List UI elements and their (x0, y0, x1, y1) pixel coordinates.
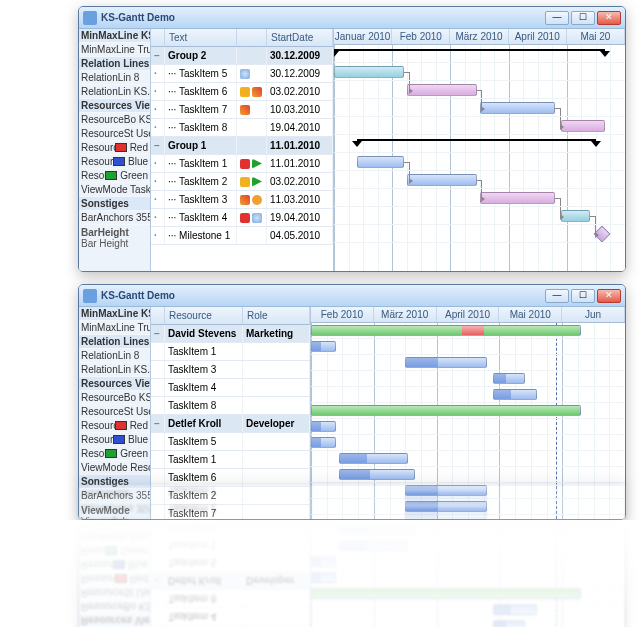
minimize-button[interactable]: — (545, 289, 569, 303)
resource-name: TaskItem 7 (165, 505, 243, 519)
maximize-button[interactable]: ☐ (571, 11, 595, 25)
task-row[interactable]: TaskItem 6 (151, 469, 310, 487)
close-button[interactable]: ✕ (597, 289, 621, 303)
expander-icon[interactable]: · (151, 227, 165, 244)
col-resource[interactable]: Resource (165, 307, 243, 324)
property-sidebar[interactable]: MinMaxLine KS.Gantt.LinMinMaxLine TrueRe… (79, 29, 151, 271)
maximize-button[interactable]: ☐ (571, 289, 595, 303)
task-name: ··· TaskItem 4 (165, 209, 237, 226)
task-row[interactable]: ···· TaskItem 111.01.2010 (151, 155, 333, 173)
property-row[interactable]: ResourceBo KS.Gantt.Ban (79, 113, 150, 127)
property-row[interactable]: RelationLin 8 (79, 349, 150, 363)
task-row[interactable]: TaskItem 3 (151, 361, 310, 379)
titlebar[interactable]: KS-Gantt Demo — ☐ ✕ (79, 285, 625, 307)
expander-icon[interactable]: · (151, 191, 165, 208)
expander-icon[interactable] (151, 343, 165, 360)
task-row[interactable]: TaskItem 7 (151, 505, 310, 519)
task-row[interactable]: ···· TaskItem 819.04.2010 (151, 119, 333, 137)
expander-icon[interactable]: · (151, 173, 165, 190)
close-button[interactable]: ✕ (597, 11, 621, 25)
task-icons (237, 155, 267, 172)
task-row[interactable]: TaskItem 1 (151, 343, 310, 361)
property-row[interactable]: BarAnchors 355 (79, 211, 150, 225)
property-row[interactable]: ResourceSt UseDefaultB (79, 405, 150, 419)
task-name: ··· TaskItem 5 (165, 65, 237, 82)
property-row[interactable]: RelationLin KS.Gantt.Lin (79, 85, 150, 99)
task-row[interactable]: TaskItem 5 (151, 433, 310, 451)
task-row[interactable]: TaskItem 1 (151, 451, 310, 469)
property-row[interactable]: ResourceStBlue (79, 433, 150, 447)
property-row[interactable]: MinMaxLine True (79, 43, 150, 57)
expander-icon[interactable] (151, 433, 165, 450)
col-role[interactable]: Role (243, 307, 310, 324)
expander-icon[interactable]: · (151, 119, 165, 136)
expander-icon[interactable] (151, 379, 165, 396)
expander-icon[interactable]: · (151, 65, 165, 82)
property-row[interactable]: ResourceStBlue (79, 155, 150, 169)
task-row[interactable]: ···· TaskItem 710.03.2010 (151, 101, 333, 119)
property-row[interactable]: MinMaxLine KS.Gantt.Lin (79, 29, 150, 43)
task-name: Group 1 (165, 137, 237, 154)
property-row[interactable]: ResourceCoRed (79, 141, 150, 155)
property-sidebar[interactable]: MinMaxLine KS.Gantt.LinMinMaxLine TrueRe… (79, 307, 151, 519)
task-row[interactable]: ···· TaskItem 603.02.2010 (151, 83, 333, 101)
expander-icon[interactable] (151, 397, 165, 414)
expander-icon[interactable]: – (151, 325, 165, 342)
resource-row[interactable]: –David StevensMarketing (151, 325, 310, 343)
timeline[interactable]: Feb 2010März 2010April 2010Mai 2010Jun (311, 307, 625, 519)
property-row[interactable]: RelationLin KS.Gantt.Lin (79, 363, 150, 377)
task-row[interactable]: ···· TaskItem 419.04.2010 (151, 209, 333, 227)
task-grid[interactable]: Text StartDate –Group 230.12.2009···· Ta… (151, 29, 334, 271)
minimize-button[interactable]: — (545, 11, 569, 25)
property-row[interactable]: ResourceCoGreen (79, 447, 150, 461)
property-row[interactable]: MinMaxLine KS.Gantt.Lin (79, 307, 150, 321)
titlebar[interactable]: KS-Gantt Demo — ☐ ✕ (79, 7, 625, 29)
task-row[interactable]: ···· TaskItem 530.12.2009 (151, 65, 333, 83)
resource-row[interactable]: –Detlef KrollDeveloper (151, 415, 310, 433)
task-date: 19.04.2010 (267, 119, 333, 136)
property-row[interactable]: Relation Lines (79, 335, 150, 349)
property-row[interactable]: Sonstiges (79, 197, 150, 211)
expander-icon[interactable] (151, 505, 165, 519)
property-row[interactable]: RelationLin 8 (79, 71, 150, 85)
expander-icon[interactable]: · (151, 83, 165, 100)
timeline[interactable]: Januar 2010Feb 2010März 2010April 2010Ma… (334, 29, 625, 271)
property-row[interactable]: Resources View (79, 99, 150, 113)
expander-icon[interactable] (151, 451, 165, 468)
task-date: 30.12.2009 (267, 47, 333, 64)
timeline-body[interactable] (311, 323, 625, 519)
property-row[interactable]: ResourceCoGreen (79, 169, 150, 183)
property-row[interactable]: ResourceBo KS.Gantt.Ban (79, 391, 150, 405)
expander-icon[interactable]: – (151, 137, 165, 154)
group-row[interactable]: –Group 230.12.2009 (151, 47, 333, 65)
task-row[interactable]: ···· Milestone 104.05.2010 (151, 227, 333, 245)
property-row[interactable]: ResourceCoRed (79, 419, 150, 433)
property-row[interactable]: Sonstiges (79, 475, 150, 489)
expander-icon[interactable]: · (151, 209, 165, 226)
group-row[interactable]: –Group 111.01.2010 (151, 137, 333, 155)
task-row[interactable]: TaskItem 2 (151, 487, 310, 505)
expander-icon[interactable]: · (151, 155, 165, 172)
property-row[interactable]: MinMaxLine True (79, 321, 150, 335)
task-row[interactable]: ···· TaskItem 203.02.2010 (151, 173, 333, 191)
task-row[interactable]: TaskItem 4 (151, 379, 310, 397)
expander-icon[interactable] (151, 487, 165, 504)
expander-icon[interactable]: – (151, 47, 165, 64)
property-row[interactable]: BarAnchors 355 (79, 489, 150, 503)
property-row[interactable]: ResourceSt UseDefaultB (79, 127, 150, 141)
expander-icon[interactable]: – (151, 415, 165, 432)
property-row[interactable]: Relation Lines (79, 57, 150, 71)
expander-icon[interactable]: · (151, 101, 165, 118)
property-row[interactable]: Resources View (79, 377, 150, 391)
property-row[interactable]: ViewMode Tasks (79, 183, 150, 197)
resource-grid[interactable]: Resource Role –David StevensMarketingTas… (151, 307, 311, 519)
property-row[interactable]: ViewMode Resources (79, 461, 150, 475)
task-row[interactable]: TaskItem 8 (151, 397, 310, 415)
task-row[interactable]: ···· TaskItem 311.03.2010 (151, 191, 333, 209)
col-text[interactable]: Text (165, 29, 237, 46)
expander-icon[interactable] (151, 361, 165, 378)
timeline-body[interactable] (334, 45, 625, 271)
expander-icon[interactable] (151, 469, 165, 486)
col-startdate[interactable]: StartDate (267, 29, 333, 46)
col-icons[interactable] (237, 29, 267, 46)
